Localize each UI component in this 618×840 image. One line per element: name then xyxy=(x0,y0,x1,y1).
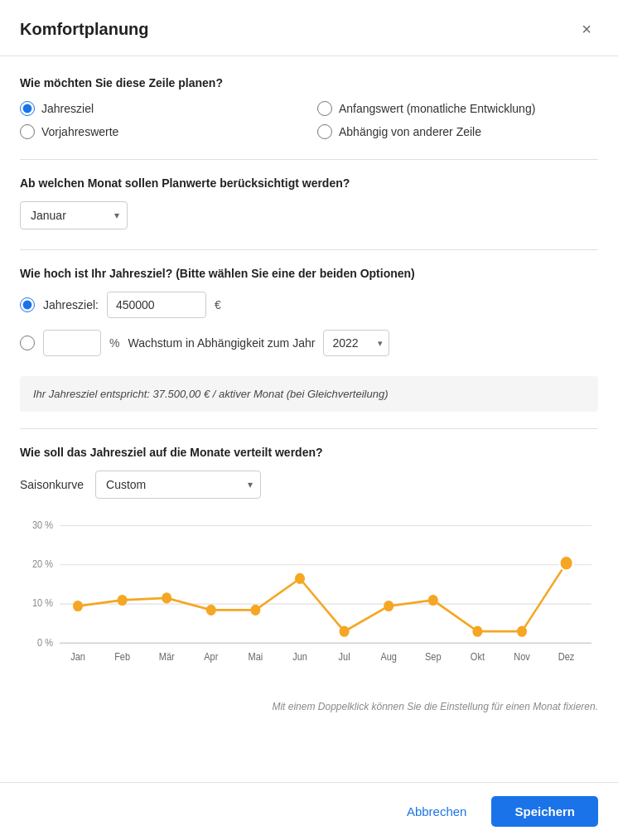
info-text: Ihr Jahresziel entspricht: 37.500,00 € /… xyxy=(33,388,389,400)
saisonkurve-row: Saisonkurve Custom Gleichverteilung Vorj… xyxy=(20,471,598,499)
currency-label: € xyxy=(215,298,221,311)
komfortplanung-dialog: Komfortplanung × Wie möchten Sie diese Z… xyxy=(0,0,618,840)
svg-text:Jan: Jan xyxy=(70,652,85,663)
svg-text:0 %: 0 % xyxy=(37,637,53,648)
close-button[interactable]: × xyxy=(575,17,598,42)
dialog-body: Wie möchten Sie diese Zeile planen? Jahr… xyxy=(0,56,618,782)
chart-point-sep[interactable] xyxy=(428,595,438,606)
percent-label: % xyxy=(109,336,119,350)
chart-hint: Mit einem Doppelklick können Sie die Ein… xyxy=(20,701,598,712)
option-anfangswert[interactable]: Anfangswert (monatliche Entwicklung) xyxy=(317,101,598,116)
plan-type-options: Jahresziel Anfangswert (monatliche Entwi… xyxy=(20,101,598,139)
month-select[interactable]: Januar Februar März April Mai Juni Juli … xyxy=(20,201,128,229)
svg-text:Okt: Okt xyxy=(471,652,485,663)
radio-jahresziel[interactable] xyxy=(20,101,35,116)
section-plan-type: Wie möchten Sie diese Zeile planen? Jahr… xyxy=(20,76,598,139)
saisonkurve-select-wrapper: Custom Gleichverteilung Vorjahr ▾ xyxy=(95,471,261,499)
svg-text:20 %: 20 % xyxy=(32,559,53,570)
option-abhaengig[interactable]: Abhängig von anderer Zeile xyxy=(317,124,598,139)
divider-2 xyxy=(20,249,598,250)
section1-title: Wie möchten Sie diese Zeile planen? xyxy=(20,76,598,89)
section2-title: Ab welchen Monat sollen Planwerte berück… xyxy=(20,176,598,190)
divider-1 xyxy=(20,159,598,160)
chart-point-dez[interactable] xyxy=(560,556,573,571)
svg-text:Feb: Feb xyxy=(114,652,130,663)
chart-point-jan[interactable] xyxy=(73,601,83,611)
svg-text:Aug: Aug xyxy=(380,652,397,663)
jahresziel-label: Jahresziel: xyxy=(43,298,99,311)
svg-text:Mär: Mär xyxy=(159,652,175,663)
wachstum-year-select[interactable]: 2020 2021 2022 2023 xyxy=(323,330,389,356)
radio-abhaengig[interactable] xyxy=(317,124,332,139)
dialog-footer: Abbrechen Speichern xyxy=(0,782,618,840)
dialog-title: Komfortplanung xyxy=(20,20,149,39)
info-box: Ihr Jahresziel entspricht: 37.500,00 € /… xyxy=(20,376,598,412)
cancel-button[interactable]: Abbrechen xyxy=(393,796,480,827)
section-jahresziel: Wie hoch ist Ihr Jahresziel? (Bitte wähl… xyxy=(20,267,598,356)
dialog-header: Komfortplanung × xyxy=(0,0,618,56)
chart-point-feb[interactable] xyxy=(118,595,128,606)
svg-text:Jun: Jun xyxy=(292,652,307,663)
save-button[interactable]: Speichern xyxy=(491,796,598,827)
chart-point-aug[interactable] xyxy=(384,601,393,611)
option-vorjahreswerte-label: Vorjahreswerte xyxy=(41,125,118,138)
saisonkurve-select[interactable]: Custom Gleichverteilung Vorjahr xyxy=(95,471,261,499)
chart-point-mai[interactable] xyxy=(250,605,260,616)
jahresziel-row: Jahresziel: € xyxy=(20,292,598,318)
chart-point-apr[interactable] xyxy=(206,605,216,616)
section4-title: Wie soll das Jahresziel auf die Monate v… xyxy=(20,446,598,459)
svg-text:Apr: Apr xyxy=(204,652,218,663)
svg-text:Nov: Nov xyxy=(514,652,530,663)
svg-text:Jul: Jul xyxy=(339,652,350,663)
option-abhaengig-label: Abhängig von anderer Zeile xyxy=(339,125,481,138)
divider-3 xyxy=(20,428,598,429)
option-jahresziel[interactable]: Jahresziel xyxy=(20,101,301,116)
section-distribution: Wie soll das Jahresziel auf die Monate v… xyxy=(20,446,598,712)
svg-text:10 %: 10 % xyxy=(32,598,53,609)
radio-vorjahreswerte[interactable] xyxy=(20,124,35,139)
option-anfangswert-label: Anfangswert (monatliche Entwicklung) xyxy=(339,102,535,115)
wachstum-row: % Wachstum in Abhängigkeit zum Jahr 2020… xyxy=(20,330,598,356)
svg-text:Dez: Dez xyxy=(558,652,575,663)
chart-container: 30 % 20 % 10 % 0 % xyxy=(20,512,598,694)
wachstum-percent-input[interactable] xyxy=(43,330,101,356)
wachstum-label: Wachstum in Abhängigkeit zum Jahr xyxy=(128,336,315,350)
section-month: Ab welchen Monat sollen Planwerte berück… xyxy=(20,176,598,229)
month-select-wrapper: Januar Februar März April Mai Juni Juli … xyxy=(20,201,128,229)
chart-point-jun[interactable] xyxy=(295,573,305,584)
jahresziel-input[interactable] xyxy=(107,292,206,318)
option-jahresziel-label: Jahresziel xyxy=(41,102,94,115)
distribution-chart: 30 % 20 % 10 % 0 % xyxy=(20,512,598,694)
option-vorjahreswerte[interactable]: Vorjahreswerte xyxy=(20,124,301,139)
saisonkurve-label: Saisonkurve xyxy=(20,478,84,491)
chart-point-nov[interactable] xyxy=(517,626,527,637)
svg-text:Mai: Mai xyxy=(249,652,263,663)
chart-point-okt[interactable] xyxy=(472,626,482,637)
jahresziel-options: Jahresziel: € % Wachstum in Abhängigkeit… xyxy=(20,292,598,356)
wachstum-year-wrapper: 2020 2021 2022 2023 ▾ xyxy=(323,330,389,356)
section3-title: Wie hoch ist Ihr Jahresziel? (Bitte wähl… xyxy=(20,267,598,280)
chart-point-mar[interactable] xyxy=(162,592,171,603)
svg-text:Sep: Sep xyxy=(425,652,442,663)
svg-text:30 %: 30 % xyxy=(32,519,53,530)
radio-anfangswert[interactable] xyxy=(317,101,332,116)
radio-wachstum[interactable] xyxy=(20,336,35,350)
radio-jahresziel-value[interactable] xyxy=(20,297,35,312)
chart-point-jul[interactable] xyxy=(340,626,350,637)
